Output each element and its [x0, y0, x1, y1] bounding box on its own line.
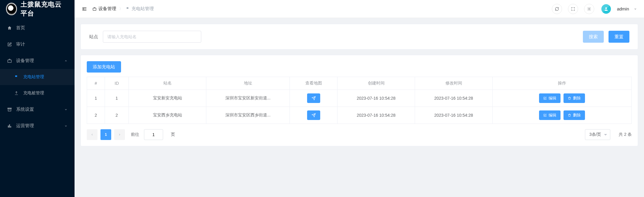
- home-icon: [7, 26, 13, 30]
- chevron-down-icon: [64, 124, 67, 127]
- table-row: 22宝安西乡充电站深圳市宝安区西乡街道...2023-07-16 10:54:2…: [87, 107, 632, 124]
- col-index: #: [87, 77, 105, 90]
- stations-table: # ID 站名 地址 查看地图 创建时间 修改时间 操作 11宝安新安充电站深圳…: [87, 77, 632, 124]
- cell-address: 深圳市宝安区新安街道...: [206, 90, 290, 107]
- cell-ops: 编辑删除: [493, 90, 632, 107]
- cell-id: 2: [105, 107, 129, 124]
- location-icon: [312, 96, 316, 100]
- delete-button[interactable]: 删除: [564, 110, 585, 120]
- cell-index: 1: [87, 90, 105, 107]
- cell-created: 2023-07-16 10:54:28: [338, 90, 415, 107]
- svg-rect-0: [8, 60, 11, 62]
- sidebar-item-device-mgmt[interactable]: 设备管理: [0, 53, 75, 69]
- collapse-sidebar-button[interactable]: [82, 6, 87, 12]
- breadcrumb-root[interactable]: 设备管理: [92, 6, 116, 12]
- page-size-select[interactable]: 3条/页: [585, 129, 611, 140]
- col-map: 查看地图: [290, 77, 338, 90]
- edit-button[interactable]: 编辑: [539, 93, 561, 103]
- sidebar-item-station-mgmt[interactable]: 充电站管理: [0, 69, 75, 85]
- edit-icon: [543, 96, 547, 100]
- sidebar-item-label: 审计: [16, 41, 67, 47]
- col-addr: 地址: [206, 77, 290, 90]
- page-size-label: 3条/页: [589, 132, 601, 137]
- cell-index: 2: [87, 107, 105, 124]
- settings-button[interactable]: [584, 4, 594, 14]
- table-card: 添加充电站 # ID 站名 地址 查看地图 创建时间 修改时间 操作 11宝安新…: [80, 55, 638, 146]
- cell-name: 宝安新安充电站: [129, 90, 206, 107]
- upload-icon: [14, 91, 20, 95]
- sidebar-item-home[interactable]: 首页: [0, 20, 75, 36]
- view-map-button[interactable]: [307, 93, 320, 103]
- cell-updated: 2023-07-16 10:54:28: [415, 107, 493, 124]
- user-name: admin: [617, 6, 629, 11]
- sidebar: 土拨鼠充电云平台 首页 审计 设备管理: [0, 0, 75, 197]
- cell-map: [290, 90, 338, 107]
- cell-ops: 编辑删除: [493, 107, 632, 124]
- goto-suffix: 页: [171, 132, 175, 137]
- delete-button[interactable]: 删除: [564, 93, 585, 103]
- svg-rect-6: [93, 8, 96, 10]
- pagination: 1 前往 页 3条/页 共 2 条: [87, 129, 632, 140]
- station-name-input[interactable]: [103, 31, 201, 43]
- sidebar-item-operations[interactable]: 运营管理: [0, 118, 75, 134]
- svg-rect-5: [10, 126, 11, 127]
- avatar[interactable]: [601, 4, 611, 14]
- flag-icon: [14, 75, 20, 79]
- chart-icon: [7, 124, 13, 128]
- add-station-button[interactable]: 添加充电站: [87, 61, 121, 73]
- svg-point-8: [605, 7, 607, 9]
- briefcase-icon: [7, 59, 13, 63]
- col-name: 站名: [129, 77, 206, 90]
- fullscreen-button[interactable]: [568, 4, 578, 14]
- total-count: 共 2 条: [619, 132, 632, 137]
- sidebar-item-label: 运营管理: [16, 123, 61, 129]
- goto-page-input[interactable]: [144, 129, 163, 140]
- sidebar-item-system-settings[interactable]: 系统设置: [0, 101, 75, 118]
- sidebar-item-label: 首页: [16, 25, 67, 31]
- next-page-button[interactable]: [114, 129, 125, 140]
- breadcrumb-current: 充电站管理: [126, 6, 154, 12]
- chevron-up-icon: [64, 59, 67, 62]
- edit-button[interactable]: 编辑: [539, 110, 561, 120]
- reset-button[interactable]: 重置: [609, 31, 629, 43]
- prev-page-button[interactable]: [87, 129, 97, 140]
- search-button[interactable]: 搜索: [583, 31, 604, 43]
- col-ops: 操作: [493, 77, 632, 90]
- svg-rect-2: [8, 109, 11, 111]
- view-map-button[interactable]: [307, 110, 320, 120]
- trash-icon: [568, 113, 571, 117]
- logo-row: 土拨鼠充电云平台: [0, 0, 75, 18]
- svg-point-7: [589, 8, 590, 10]
- cell-updated: 2023-07-16 10:54:28: [415, 90, 493, 107]
- sidebar-item-audit[interactable]: 审计: [0, 36, 75, 53]
- search-label: 站点: [89, 34, 98, 40]
- chevron-down-icon: [64, 108, 67, 111]
- trash-icon: [568, 96, 571, 100]
- main-area: 设备管理 〉 充电站管理 admin: [75, 0, 644, 197]
- cell-map: [290, 107, 338, 124]
- page-1-button[interactable]: 1: [100, 129, 111, 140]
- chevron-right-icon: 〉: [119, 6, 123, 11]
- svg-rect-4: [9, 124, 10, 127]
- page-body: 站点 搜索 重置 添加充电站 # ID 站名 地址 查看地图 创建时间: [75, 18, 644, 197]
- sidebar-menu: 首页 审计 设备管理 充电站管理: [0, 18, 75, 134]
- cell-address: 深圳市宝安区西乡街道...: [206, 107, 290, 124]
- sidebar-item-label: 充电站管理: [23, 74, 67, 80]
- topbar: 设备管理 〉 充电站管理 admin: [75, 0, 644, 18]
- breadcrumb-label: 充电站管理: [131, 6, 154, 12]
- sidebar-item-pile-mgmt[interactable]: 充电桩管理: [0, 85, 75, 101]
- col-created: 创建时间: [338, 77, 415, 90]
- briefcase-icon: [92, 7, 97, 11]
- breadcrumb-label: 设备管理: [98, 6, 116, 12]
- logo-icon: [6, 3, 17, 15]
- cell-name: 宝安西乡充电站: [129, 107, 206, 124]
- sidebar-item-label: 充电桩管理: [23, 90, 67, 96]
- refresh-button[interactable]: [552, 4, 562, 14]
- archive-icon: [7, 107, 13, 112]
- user-menu-toggle[interactable]: [634, 7, 637, 10]
- svg-rect-3: [8, 125, 9, 127]
- edit-icon: [543, 113, 547, 117]
- goto-label: 前往: [131, 132, 139, 137]
- col-updated: 修改时间: [415, 77, 493, 90]
- flag-icon: [126, 7, 130, 11]
